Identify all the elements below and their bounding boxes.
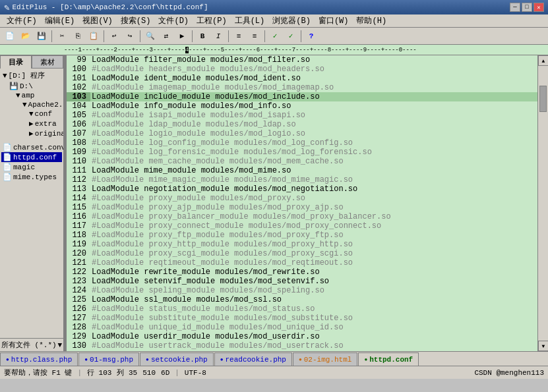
code-content[interactable]: 99LoadModule filter_module modules/mod_f… bbox=[67, 55, 548, 351]
check-button[interactable]: ✓ bbox=[268, 30, 282, 43]
toolbar: 📄 📂 💾 ✂ ⎘ 📋 ↩ ↪ 🔍 ⇄ ▶ B I ≡ ≡ ✓ ✓ ? bbox=[0, 28, 548, 45]
tree-label: conf bbox=[35, 110, 52, 118]
sidebar-bottom: 所有文件 (*.*) ▼ bbox=[0, 338, 63, 351]
toolbar-sep-3 bbox=[140, 30, 140, 42]
line-text: LoadModule info_module modules/mod_info.… bbox=[90, 101, 537, 111]
menu-edit[interactable]: 编辑(E) bbox=[41, 14, 79, 27]
save-button[interactable]: 💾 bbox=[34, 30, 49, 43]
menu-search[interactable]: 搜索(S) bbox=[117, 14, 155, 27]
tab-http-class-php[interactable]: ● http.class.php bbox=[0, 352, 78, 366]
line-text: #LoadModule log_forensic_module modules/… bbox=[90, 148, 537, 157]
tree-label: Apache2.2 bbox=[28, 101, 63, 109]
tab-02-img-html[interactable]: ● 02-img.html bbox=[293, 352, 357, 366]
tree-item-d[interactable]: 💾 D:\ bbox=[1, 81, 62, 91]
check2-button[interactable]: ✓ bbox=[284, 30, 298, 43]
menu-view[interactable]: 视图(V) bbox=[78, 14, 117, 27]
close-button[interactable]: ✕ bbox=[533, 3, 544, 12]
line-number: 126 bbox=[67, 304, 90, 314]
table-row: 102#LoadModule imagemap_module modules/m… bbox=[67, 83, 537, 92]
tab-01-msg-php[interactable]: ● 01-msg.php bbox=[78, 352, 139, 366]
main-layout: 目录 素材 ▼ [D:] 程序 💾 D:\ ▼ amp ▼ Apache2.2 … bbox=[0, 55, 548, 351]
scroll-up-button[interactable]: ▲ bbox=[538, 55, 548, 66]
menu-browser[interactable]: 浏览器(B) bbox=[268, 14, 315, 27]
sidebar-tabs: 目录 素材 bbox=[0, 55, 63, 69]
line-number: 131 bbox=[67, 350, 90, 351]
line-number: 122 bbox=[67, 267, 90, 277]
toolbar-sep-5 bbox=[228, 30, 229, 42]
folder-icon: ▼ bbox=[22, 101, 27, 109]
table-row: 123LoadModule setenvif_module modules/mo… bbox=[67, 277, 537, 286]
menu-file[interactable]: 文件(F) bbox=[3, 14, 41, 27]
tree-item-extra[interactable]: ▶ extra bbox=[1, 119, 62, 128]
filter-dropdown-icon[interactable]: ▼ bbox=[57, 341, 62, 349]
maximize-button[interactable]: □ bbox=[522, 3, 532, 12]
line-number: 107 bbox=[67, 129, 90, 138]
line-number: 109 bbox=[67, 148, 90, 157]
replace-button[interactable]: ⇄ bbox=[159, 30, 173, 43]
menu-project[interactable]: 工程(P) bbox=[193, 14, 231, 27]
tree-item-magic[interactable]: 📄 magic bbox=[1, 162, 62, 172]
tree-item-httpd-conf[interactable]: 📄 httpd.conf bbox=[1, 152, 62, 162]
scroll-track[interactable] bbox=[538, 66, 548, 341]
italic-button[interactable]: I bbox=[211, 30, 226, 43]
table-row: 110#LoadModule mem_cache_module modules/… bbox=[67, 157, 537, 166]
new-button[interactable]: 📄 bbox=[3, 30, 17, 43]
tab-label: http.class.php bbox=[11, 356, 72, 364]
paste-button[interactable]: 📋 bbox=[86, 30, 101, 43]
undo-button[interactable]: ↩ bbox=[107, 30, 121, 43]
line-number: 103 bbox=[67, 92, 90, 101]
align-right-button[interactable]: ≡ bbox=[247, 30, 262, 43]
redo-button[interactable]: ↪ bbox=[123, 30, 137, 43]
tree-label: extra bbox=[35, 120, 57, 128]
help-button[interactable]: ? bbox=[304, 30, 319, 43]
table-row: 99LoadModule filter_module modules/mod_f… bbox=[67, 55, 537, 65]
tree-item-amp[interactable]: ▼ amp bbox=[1, 91, 62, 100]
tab-label: 02-img.html bbox=[304, 356, 352, 364]
menu-bar: 文件(F) 编辑(E) 视图(V) 搜索(S) 文件(D) 工程(P) 工具(L… bbox=[0, 14, 548, 28]
tree-item-conf[interactable]: ▼ conf bbox=[1, 109, 62, 119]
tab-readcookie-php[interactable]: ● readcookie.php bbox=[214, 352, 292, 366]
table-row: 107#LoadModule logio_module modules/mod_… bbox=[67, 129, 537, 138]
minimize-button[interactable]: ─ bbox=[510, 3, 520, 12]
menu-document[interactable]: 文件(D) bbox=[154, 14, 193, 27]
find-next-button[interactable]: ▶ bbox=[175, 30, 189, 43]
bold-button[interactable]: B bbox=[195, 30, 210, 43]
table-row: 126#LoadModule status_module modules/mod… bbox=[67, 304, 537, 314]
line-number: 130 bbox=[67, 341, 90, 350]
sidebar-tab-directory[interactable]: 目录 bbox=[0, 55, 32, 69]
line-text: LoadModule rewrite_module modules/mod_re… bbox=[90, 267, 537, 277]
find-button[interactable]: 🔍 bbox=[143, 30, 158, 43]
copy-button[interactable]: ⎘ bbox=[71, 30, 85, 43]
line-text: LoadModule negotiation_module modules/mo… bbox=[90, 184, 537, 194]
cut-button[interactable]: ✂ bbox=[55, 30, 69, 43]
sidebar-tab-material[interactable]: 素材 bbox=[32, 55, 63, 69]
line-text: #LoadModule log_config_module modules/mo… bbox=[90, 138, 537, 148]
vertical-scrollbar[interactable]: ▲ ▼ bbox=[537, 55, 548, 351]
line-text: LoadModule userdir_module modules/mod_us… bbox=[90, 332, 537, 341]
menu-window[interactable]: 窗口(W) bbox=[315, 14, 353, 27]
folder-icon: ▶ bbox=[29, 119, 34, 128]
line-text: #LoadModule usertrack_module modules/mod… bbox=[90, 341, 537, 350]
line-number: 128 bbox=[67, 323, 90, 332]
align-left-button[interactable]: ≡ bbox=[231, 30, 246, 43]
menu-help[interactable]: 帮助(H) bbox=[352, 14, 390, 27]
menu-tools[interactable]: 工具(L) bbox=[231, 14, 269, 27]
line-text: #LoadModule imagemap_module modules/mod_… bbox=[90, 83, 537, 92]
line-number: 129 bbox=[67, 332, 90, 341]
tab-setcookie-php[interactable]: ● setcookie.php bbox=[140, 352, 214, 366]
line-number: 105 bbox=[67, 111, 90, 120]
scroll-thumb[interactable] bbox=[539, 86, 547, 112]
line-number: 108 bbox=[67, 138, 90, 148]
tree-item-charset[interactable]: 📄 charset.conv bbox=[1, 142, 62, 152]
tree-item-mime[interactable]: 📄 mime.types bbox=[1, 172, 62, 182]
line-text: #LoadModule proxy_balancer_module module… bbox=[90, 212, 537, 221]
tree-item-drive-label[interactable]: ▼ [D:] 程序 bbox=[1, 70, 62, 81]
tab-httpd-conf[interactable]: ● httpd.conf bbox=[358, 352, 419, 366]
tree-item-original[interactable]: ▶ original bbox=[1, 128, 62, 138]
drive-icon: ▼ bbox=[3, 72, 7, 80]
table-row: 109#LoadModule log_forensic_module modul… bbox=[67, 148, 537, 157]
line-text: #LoadModule ldap_module modules/mod_ldap… bbox=[90, 120, 537, 129]
scroll-down-button[interactable]: ▼ bbox=[538, 341, 548, 351]
open-button[interactable]: 📂 bbox=[18, 30, 33, 43]
tree-item-apache[interactable]: ▼ Apache2.2 bbox=[1, 100, 62, 109]
